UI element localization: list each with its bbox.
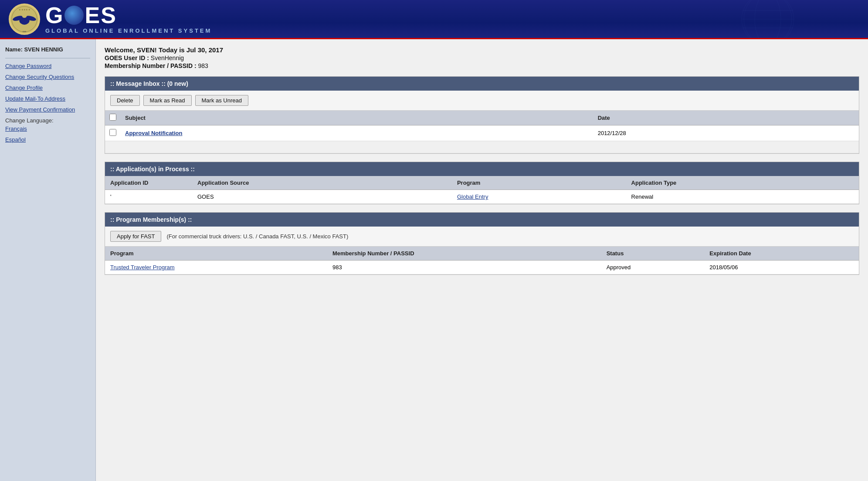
inbox-col-checkbox	[105, 111, 121, 125]
app-program-cell: Global Entry	[452, 190, 626, 204]
prog-passid-cell: 983	[327, 261, 601, 274]
memberships-header: :: Program Membership(s) ::	[105, 213, 859, 227]
app-source-cell: GOES	[192, 190, 452, 204]
memberships-table: Program Membership Number / PASSID Statu…	[105, 247, 859, 274]
goes-acronym: GES	[45, 4, 212, 27]
app-col-source: Application Source	[192, 176, 452, 190]
applications-table: Application ID Application Source Progra…	[105, 176, 859, 204]
sidebar-item-change-password[interactable]: Change Password	[5, 63, 90, 69]
membership-line: Membership Number / PASSID : 983	[105, 62, 859, 69]
sidebar-username: Name: SVEN HENNIG	[5, 46, 90, 53]
goes-subtitle: GLOBAL ONLINE ENROLLMENT SYSTEM	[45, 27, 212, 34]
table-row: Approval Notification 2012/12/28	[105, 125, 859, 141]
memberships-section: :: Program Membership(s) :: Apply for FA…	[105, 212, 859, 275]
delete-button[interactable]: Delete	[110, 95, 140, 106]
row-date: 2012/12/28	[593, 125, 859, 141]
prog-status-cell: Approved	[601, 261, 705, 274]
prog-col-program: Program	[105, 247, 327, 261]
app-col-program: Program	[452, 176, 626, 190]
logo-area: ★ ★ ★ ★ ★ DHS GES GLOBAL ONLINE ENROLLME…	[9, 3, 212, 35]
memberships-toolbar: Apply for FAST (For commercial truck dri…	[105, 227, 859, 247]
prog-col-status: Status	[601, 247, 705, 261]
inbox-toolbar: Delete Mark as Read Mark as Unread	[105, 91, 859, 111]
svg-text:DHS: DHS	[23, 30, 27, 33]
sidebar-item-update-mail[interactable]: Update Mail-To Address	[5, 95, 90, 102]
row-subject: Approval Notification	[121, 125, 593, 141]
inbox-table: Subject Date Approval Notification	[105, 111, 859, 153]
select-all-checkbox[interactable]	[109, 114, 116, 121]
sidebar: Name: SVEN HENNIG Change Password Change…	[0, 39, 96, 481]
inbox-section: :: Message Inbox :: (0 new) Delete Mark …	[105, 76, 859, 154]
inbox-header: :: Message Inbox :: (0 new)	[105, 77, 859, 91]
svg-point-10	[744, 0, 792, 39]
inbox-extra-row	[105, 141, 859, 153]
prog-col-passid: Membership Number / PASSID	[327, 247, 601, 261]
app-table-header-row: Application ID Application Source Progra…	[105, 176, 859, 190]
table-row: ' GOES Global Entry Renewal	[105, 190, 859, 204]
message-link[interactable]: Approval Notification	[125, 130, 182, 136]
sidebar-item-change-profile[interactable]: Change Profile	[5, 85, 90, 91]
goes-title: GES GLOBAL ONLINE ENROLLMENT SYSTEM	[45, 4, 212, 34]
app-col-type: Application Type	[626, 176, 859, 190]
globe-decoration	[711, 0, 842, 38]
prog-program-cell: Trusted Traveler Program	[105, 261, 327, 274]
prog-col-expiration: Expiration Date	[704, 247, 859, 261]
prog-table-header-row: Program Membership Number / PASSID Statu…	[105, 247, 859, 261]
globe-icon	[64, 6, 84, 25]
applications-section: :: Application(s) in Process :: Applicat…	[105, 162, 859, 204]
inbox-table-header-row: Subject Date	[105, 111, 859, 125]
row-checkbox[interactable]	[109, 129, 116, 136]
apply-fast-button[interactable]: Apply for FAST	[110, 231, 161, 242]
table-row: Trusted Traveler Program 983 Approved 20…	[105, 261, 859, 274]
main-content: Welcome, SVEN! Today is Jul 30, 2017 GOE…	[96, 39, 868, 481]
site-header: ★ ★ ★ ★ ★ DHS GES GLOBAL ONLINE ENROLLME…	[0, 0, 868, 39]
inbox-col-date: Date	[593, 111, 859, 125]
trusted-traveler-link[interactable]: Trusted Traveler Program	[110, 264, 175, 271]
row-checkbox-cell	[105, 125, 121, 141]
svg-point-5	[22, 13, 27, 18]
app-id-cell: '	[105, 190, 192, 204]
page-body: Name: SVEN HENNIG Change Password Change…	[0, 39, 868, 481]
mark-unread-button[interactable]: Mark as Unread	[195, 95, 248, 106]
userid-line: GOES User ID : SvenHennig	[105, 54, 859, 61]
app-type-cell: Renewal	[626, 190, 859, 204]
svg-point-8	[742, 0, 794, 39]
global-entry-link[interactable]: Global Entry	[457, 193, 488, 200]
inbox-extra-cell	[105, 141, 859, 153]
app-col-id: Application ID	[105, 176, 192, 190]
prog-expiration-cell: 2018/05/06	[704, 261, 859, 274]
language-section: Change Language: Français Español	[5, 117, 90, 143]
welcome-box: Welcome, SVEN! Today is Jul 30, 2017 GOE…	[105, 46, 859, 69]
sidebar-item-view-payment[interactable]: View Payment Confirmation	[5, 106, 90, 113]
mark-read-button[interactable]: Mark as Read	[143, 95, 192, 106]
svg-text:★ ★ ★ ★ ★: ★ ★ ★ ★ ★	[19, 8, 30, 10]
sidebar-item-change-security[interactable]: Change Security Questions	[5, 74, 90, 80]
welcome-line: Welcome, SVEN! Today is Jul 30, 2017	[105, 46, 859, 54]
dhs-seal: ★ ★ ★ ★ ★ DHS	[9, 3, 40, 35]
svg-point-9	[755, 0, 781, 39]
applications-header: :: Application(s) in Process ::	[105, 162, 859, 176]
sidebar-lang-espanol[interactable]: Español	[5, 136, 90, 143]
sidebar-lang-francais[interactable]: Français	[5, 125, 90, 132]
fast-note: (For commercial truck drivers: U.S. / Ca…	[166, 233, 348, 240]
inbox-col-subject: Subject	[121, 111, 593, 125]
